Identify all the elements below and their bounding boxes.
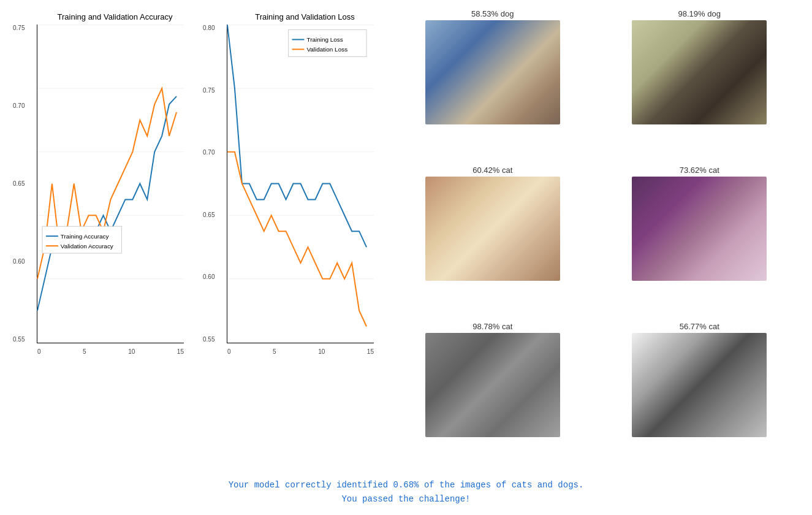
images-section: 58.53% dog 98.19% dog 60.42% cat 73.62% … <box>386 6 806 475</box>
image-label-1: 98.19% dog <box>678 9 721 18</box>
image-dog1 <box>425 20 560 124</box>
image-item-1: 98.19% dog <box>599 9 800 159</box>
image-item-4: 98.78% cat <box>392 322 593 472</box>
loss-x-labels: 0 5 10 15 <box>227 348 374 355</box>
loss-chart-area: 0.80 0.75 0.70 0.65 0.60 0.55 0 5 10 15 <box>227 25 374 343</box>
loss-y-labels: 0.80 0.75 0.70 0.65 0.60 0.55 <box>203 25 214 343</box>
image-item-5: 56.77% cat <box>599 322 800 472</box>
svg-text:Training Loss: Training Loss <box>306 36 343 43</box>
bottom-text-line2: You passed the challenge! <box>229 492 584 506</box>
svg-text:Validation Loss: Validation Loss <box>306 46 347 53</box>
image-label-3: 73.62% cat <box>680 166 719 175</box>
image-label-2: 60.42% cat <box>472 166 512 175</box>
image-item-2: 60.42% cat <box>392 166 593 316</box>
accuracy-y-labels: 0.75 0.70 0.65 0.60 0.55 <box>13 25 25 343</box>
image-item-0: 58.53% dog <box>392 9 593 159</box>
image-dog2 <box>632 20 767 124</box>
image-cat1 <box>425 177 560 281</box>
main-content: Training and Validation Accuracy 0.75 0.… <box>6 6 806 475</box>
accuracy-chart-area: 0.75 0.70 0.65 0.60 0.55 0 5 10 15 <box>37 25 184 343</box>
bottom-text-line1: Your model correctly identified 0.68% of… <box>229 478 584 492</box>
image-label-4: 98.78% cat <box>472 322 512 331</box>
accuracy-chart-container: Training and Validation Accuracy 0.75 0.… <box>6 6 196 475</box>
loss-svg: Training Loss Validation Loss <box>227 25 374 343</box>
loss-chart-container: Training and Validation Loss 0.80 0.75 0… <box>196 6 386 475</box>
image-label-5: 56.77% cat <box>680 322 719 331</box>
svg-text:Training Accuracy: Training Accuracy <box>61 233 109 240</box>
svg-text:Validation Accuracy: Validation Accuracy <box>61 243 113 250</box>
accuracy-chart-title: Training and Validation Accuracy <box>37 12 193 21</box>
loss-chart-title: Training and Validation Loss <box>227 12 383 21</box>
accuracy-svg: Training Accuracy Validation Accuracy <box>37 25 184 343</box>
image-cat3 <box>425 333 560 437</box>
image-item-3: 73.62% cat <box>599 166 800 316</box>
charts-section: Training and Validation Accuracy 0.75 0.… <box>6 6 386 475</box>
image-label-0: 58.53% dog <box>471 9 514 18</box>
accuracy-x-labels: 0 5 10 15 <box>37 348 184 355</box>
image-cat4 <box>632 333 767 437</box>
bottom-text: Your model correctly identified 0.68% of… <box>229 478 584 509</box>
image-cat2 <box>632 177 767 281</box>
